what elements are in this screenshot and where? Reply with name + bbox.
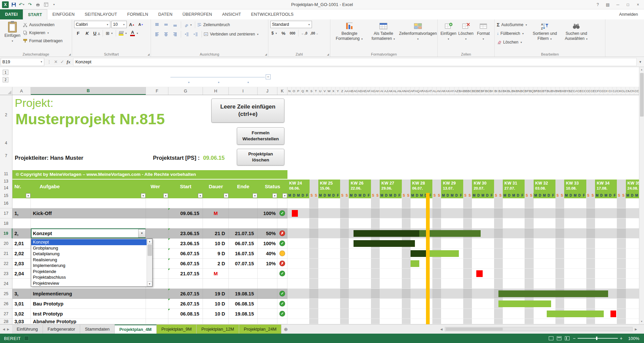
dropdown-item-projektende[interactable]: Projektende bbox=[31, 269, 147, 275]
filter-button-A[interactable]: ▼ bbox=[26, 193, 31, 198]
column-header-BD[interactable]: BD bbox=[472, 87, 476, 95]
formula-bar-menu-icon[interactable]: ⋮ bbox=[47, 59, 51, 64]
cell-J28[interactable] bbox=[258, 319, 277, 324]
cell-B17[interactable]: Kick-Off bbox=[31, 208, 146, 218]
column-header-AN[interactable]: AN bbox=[401, 87, 406, 95]
dropdown-item-grobplanung[interactable]: Grobplanung bbox=[31, 245, 147, 251]
column-header-AS[interactable]: AS bbox=[424, 87, 428, 95]
column-header-CK[interactable]: CK bbox=[617, 87, 621, 95]
bold-button[interactable]: F bbox=[74, 29, 82, 37]
scroll-up-icon[interactable]: ▲ bbox=[639, 67, 644, 72]
column-header-BS[interactable]: BS bbox=[538, 87, 542, 95]
row-header-16[interactable]: 16 bbox=[0, 198, 12, 208]
column-header-BN[interactable]: BN bbox=[516, 87, 520, 95]
column-header-S[interactable]: S bbox=[309, 87, 314, 95]
filter-button-H[interactable]: ▼ bbox=[224, 193, 228, 198]
row-header-24[interactable]: 24 bbox=[0, 279, 12, 289]
cell-K21[interactable] bbox=[277, 249, 287, 259]
column-header-BM[interactable]: BM bbox=[512, 87, 516, 95]
gantt-week-KW28[interactable]: KW 2806.07. bbox=[411, 180, 441, 193]
column-header-BI[interactable]: BI bbox=[494, 87, 498, 95]
maximize-icon[interactable]: □ bbox=[623, 1, 633, 8]
filter-button-G[interactable]: ▼ bbox=[198, 193, 203, 198]
cell-G28[interactable] bbox=[168, 319, 203, 324]
cell-G21[interactable]: 06.07.15 bbox=[168, 249, 203, 259]
column-header-I[interactable]: I bbox=[229, 87, 258, 95]
dropdown-item-konzept[interactable]: Konzept bbox=[31, 239, 147, 245]
column-header-AJ[interactable]: AJ bbox=[384, 87, 388, 95]
column-header-CF[interactable]: CF bbox=[595, 87, 599, 95]
cell-F17[interactable] bbox=[146, 208, 168, 218]
delete-cells-button[interactable]: Löschen ▼ bbox=[457, 21, 475, 51]
cell-G22[interactable]: 06.07.15 bbox=[168, 259, 203, 269]
gantt-week-KW29[interactable]: KW 2913.07. bbox=[441, 180, 472, 193]
cell-G16[interactable] bbox=[168, 198, 203, 208]
column-header-BH[interactable]: BH bbox=[489, 87, 494, 95]
cell-B28[interactable]: Abnahme Prototyp bbox=[31, 319, 146, 324]
row-header-17[interactable]: 17 bbox=[0, 208, 12, 218]
filter-button-K[interactable]: ▼ bbox=[282, 193, 287, 198]
column-header-AZ[interactable]: AZ bbox=[454, 87, 459, 95]
font-color-button[interactable]: A▼ bbox=[129, 29, 140, 37]
column-header-P[interactable]: P bbox=[296, 87, 301, 95]
cell-I22[interactable]: 07.07.15 bbox=[229, 259, 258, 269]
cell-A25[interactable]: 3, bbox=[12, 289, 31, 299]
column-header-BU[interactable]: BU bbox=[547, 87, 551, 95]
row-header-13[interactable]: 13 bbox=[0, 179, 12, 184]
collapse-group-button[interactable]: − bbox=[266, 74, 271, 79]
clear-plan-button[interactable]: Projektplan löschen bbox=[237, 149, 284, 165]
cell-J26[interactable] bbox=[258, 299, 277, 309]
filter-button-F[interactable]: ▼ bbox=[163, 193, 168, 198]
row-header-26[interactable]: 26 bbox=[0, 299, 12, 309]
increase-indent-button[interactable] bbox=[192, 30, 200, 38]
cell-J21[interactable]: 40% bbox=[258, 249, 277, 259]
percent-style-button[interactable]: % bbox=[279, 29, 287, 37]
cell-H16[interactable] bbox=[203, 198, 229, 208]
sheet-tab-einführung[interactable]: Einführung bbox=[12, 325, 43, 334]
ribbon-tab-start[interactable]: START bbox=[23, 9, 48, 19]
cell-H22[interactable]: 2 D bbox=[203, 259, 229, 269]
column-header-CG[interactable]: CG bbox=[599, 87, 604, 95]
ribbon-tab-einfügen[interactable]: EINFÜGEN bbox=[47, 9, 79, 19]
table-header-ende[interactable]: Ende bbox=[229, 180, 258, 193]
select-all-corner[interactable] bbox=[0, 87, 12, 95]
cell-G24[interactable] bbox=[168, 279, 203, 289]
customize-qat-icon[interactable]: ▼ bbox=[51, 2, 57, 8]
cell-A27[interactable]: 3,02 bbox=[12, 309, 31, 319]
minimize-icon[interactable]: ─ bbox=[613, 1, 623, 8]
row-header-23[interactable]: 23 bbox=[0, 269, 12, 279]
expand-formula-bar-icon[interactable]: ▼ bbox=[637, 60, 644, 64]
cell-I28[interactable] bbox=[229, 319, 258, 324]
wrap-text-button[interactable]: Zeilenumbruch bbox=[197, 21, 230, 29]
column-header-Z[interactable]: Z bbox=[340, 87, 344, 95]
font-family-select[interactable]: Calibri▼ bbox=[74, 21, 110, 28]
cell-K24[interactable] bbox=[277, 279, 287, 289]
cell-I26[interactable]: 06.08.15 bbox=[229, 299, 258, 309]
zoom-out-icon[interactable]: − bbox=[573, 336, 576, 341]
cell-F28[interactable] bbox=[146, 319, 168, 324]
horizontal-scroll-thumb[interactable] bbox=[446, 328, 503, 331]
cell-G26[interactable]: 26.07.15 bbox=[168, 299, 203, 309]
column-header-BP[interactable]: BP bbox=[525, 87, 529, 95]
cell-K26[interactable]: ✓ bbox=[277, 299, 287, 309]
column-header-V[interactable]: V bbox=[323, 87, 327, 95]
name-box[interactable]: B19▼ bbox=[1, 58, 44, 66]
column-header-AQ[interactable]: AQ bbox=[415, 87, 419, 95]
cell-K18[interactable] bbox=[277, 218, 287, 228]
autosum-button[interactable]: Σ AutoSumme ▼ bbox=[497, 21, 527, 29]
cell-B26[interactable]: Bau Prototyp bbox=[31, 299, 146, 309]
format-painter-button[interactable]: Format übertragen bbox=[23, 37, 62, 45]
cell-A16[interactable] bbox=[12, 198, 31, 208]
table-header-nr[interactable]: Nr. bbox=[12, 180, 31, 193]
sheet-tab-projektplan_9m[interactable]: Projektplan_9M bbox=[157, 325, 197, 334]
dropdown-item-projektreview[interactable]: Projektreview bbox=[31, 280, 147, 286]
align-left-button[interactable] bbox=[153, 30, 161, 38]
font-size-select[interactable]: 10▼ bbox=[111, 21, 127, 28]
grow-font-button[interactable]: A▲ bbox=[128, 21, 136, 28]
scroll-left-icon[interactable]: ◀ bbox=[439, 328, 444, 331]
gantt-week-KW30[interactable]: KW 3020.07. bbox=[472, 180, 503, 193]
cell-I17[interactable] bbox=[229, 208, 258, 218]
row-header-7[interactable]: 7 bbox=[0, 153, 12, 158]
column-header-AC[interactable]: AC bbox=[353, 87, 358, 95]
print-icon[interactable] bbox=[35, 2, 41, 8]
